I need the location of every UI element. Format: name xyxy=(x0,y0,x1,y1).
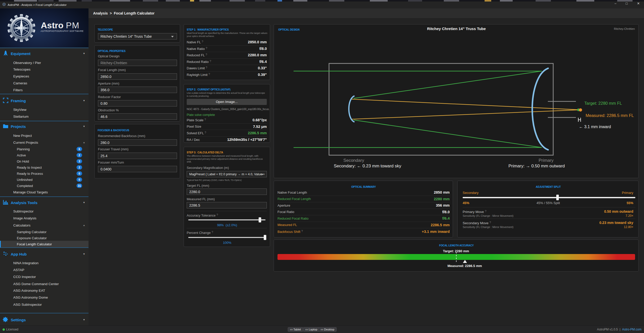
svg-text:Target: 2280 mm FL: Target: 2280 mm FL xyxy=(584,101,622,105)
svg-text:Measured: 2286.5 mm FL: Measured: 2286.5 mm FL xyxy=(586,113,634,118)
svg-text:Primary: Primary xyxy=(539,158,554,163)
svg-text:Secondary: Secondary xyxy=(343,158,364,163)
svg-text:← 3.1 mm inward: ← 3.1 mm inward xyxy=(579,125,611,129)
svg-text:Secondary: ← 0.23 mm toward sk: Secondary: ← 0.23 mm toward sky xyxy=(334,164,401,168)
svg-text:Primary: → 0.50 mm outward: Primary: → 0.50 mm outward xyxy=(508,164,565,168)
